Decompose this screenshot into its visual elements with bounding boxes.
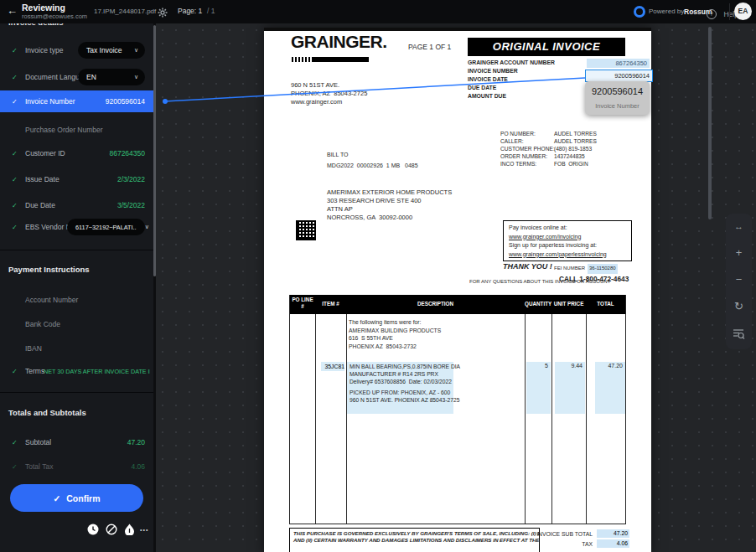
field-document-language[interactable]: ✓ Document Language EN ∨	[0, 66, 153, 88]
inco-terms-label: INCO TERMS:	[500, 160, 536, 168]
invoice-number-field-selected[interactable]: 9200596014	[585, 70, 653, 82]
document-filename: 17.IPM_2448017.pdf	[94, 8, 156, 15]
item-number-field[interactable]: 35JC81	[321, 362, 344, 371]
pay-box-link: www.grainger.com/paperlessinvoicing	[509, 250, 631, 260]
confirm-button[interactable]: ✓ Confirm	[10, 484, 143, 512]
bill-address-line: 303 RESEARCH DRIVE STE 400	[327, 197, 422, 205]
zoom-out-icon[interactable]: −	[726, 267, 752, 292]
pay-box-link: www.grainger.com/invoicing	[509, 233, 631, 242]
field-invoice-type[interactable]: ✓ Invoice type Tax Invoice ∨	[0, 39, 153, 61]
page-total: / 1	[207, 7, 215, 15]
fei-number-field[interactable]: 36-1150280	[588, 264, 618, 274]
field-purchase-order-number[interactable]: Purchase Order Number	[0, 119, 153, 141]
fei-number-label: FEI NUMBER	[554, 265, 585, 273]
avatar[interactable]: EA	[734, 3, 752, 20]
thank-you-text: THANK YOU !	[503, 263, 552, 271]
chevron-down-icon: ∨	[137, 224, 149, 230]
col-item: ITEM #	[315, 295, 346, 307]
check-icon: ✓	[12, 463, 18, 471]
col-po-line: PO LINE #	[290, 295, 315, 310]
fit-width-icon[interactable]: ↔	[726, 214, 752, 239]
account-number-field[interactable]: 867264350	[587, 59, 650, 68]
back-arrow-icon[interactable]: ←	[7, 4, 18, 17]
invoice-subtotal-field[interactable]: 47.20	[597, 529, 629, 538]
document-scrollbar[interactable]	[708, 27, 712, 219]
fields-sidebar: Invoice details ✓ Invoice type Tax Invoi…	[0, 0, 156, 552]
pay-online-box: Pay invoices online at: www.grainger.com…	[503, 220, 632, 261]
field-bank-code[interactable]: Bank Code	[0, 313, 153, 335]
col-description: DESCRIPTION	[346, 295, 525, 307]
check-icon: ✓	[12, 74, 18, 81]
field-customer-id[interactable]: ✓ Customer ID 867264350	[0, 142, 153, 164]
dropdown-value: 6117~32192~PALATI..	[75, 224, 137, 231]
field-label: Bank Code	[25, 320, 60, 328]
check-icon: ✓	[12, 150, 18, 157]
invoice-type-dropdown[interactable]: Tax Invoice ∨	[78, 42, 145, 59]
zoom-in-icon[interactable]: +	[726, 240, 752, 266]
field-invoice-number-selected[interactable]: ✓ Invoice Number 9200596014	[0, 90, 153, 112]
field-value: 4.06	[131, 462, 145, 471]
dropdown-value: Tax Invoice	[86, 46, 122, 54]
field-value: 2/3/2022	[117, 175, 145, 183]
confirm-label: Confirm	[66, 493, 100, 503]
field-label: Purchase Order Number	[25, 126, 103, 134]
field-iban[interactable]: IBAN	[0, 338, 153, 359]
drop-icon[interactable]	[124, 524, 137, 537]
items-info-line: The following items were for:	[349, 318, 422, 327]
label-invoice-number: INVOICE NUMBER	[468, 67, 518, 75]
item-desc-line: 960 N 51ST AVE. PHOENIX AZ 85043-2725	[350, 396, 459, 404]
field-value: 47.20	[127, 438, 145, 446]
help-button[interactable]: ? Help	[707, 6, 738, 21]
field-terms[interactable]: ✓ Terms NET 30 DAYS AFTER INVOICE DATE I…	[0, 360, 153, 382]
field-account-number[interactable]: Account Number	[0, 289, 153, 311]
dropdown-value: EN	[86, 73, 96, 81]
clock-icon[interactable]	[87, 524, 101, 537]
pay-box-line: Sign up for paperless invoicing at:	[509, 241, 631, 250]
item-total-value: 47.20	[595, 363, 623, 369]
slash-icon[interactable]	[106, 524, 119, 537]
field-total-tax[interactable]: ✓ Total Tax 4.06	[0, 456, 153, 477]
items-info-line: 616 S 55TH AVE	[349, 334, 393, 343]
field-label: Invoice Number	[25, 97, 75, 106]
grainger-logo-stripes	[292, 57, 369, 62]
check-icon: ✓	[12, 439, 18, 446]
item-unit-price-field[interactable]	[555, 362, 585, 414]
call-number-text: CALL 1-800-472-4643	[559, 276, 629, 284]
field-subtotal[interactable]: ✓ Subtotal 47.20	[0, 431, 153, 453]
search-document-icon[interactable]	[726, 321, 752, 346]
top-bar: ← Reviewing rossum@ecowues.com 17.IPM_24…	[0, 0, 756, 23]
item-quantity-value: 5	[526, 363, 548, 369]
gear-icon[interactable]	[158, 6, 168, 21]
col-unit-price: UNIT PRICE	[551, 295, 586, 307]
tooltip-value: 9200596014	[585, 86, 650, 96]
bill-address-line: NORCROSS, GA 30092-0000	[327, 214, 412, 222]
field-issue-date[interactable]: ✓ Issue Date 2/3/2022	[0, 168, 153, 190]
legal-terms-box: THIS PURCHASE IS GOVERNED EXCLUSIVELY BY…	[289, 528, 540, 552]
legal-line: AND (II) CERTAIN WARRANTY AND DAMAGES LI…	[293, 537, 536, 544]
table-header: PO LINE # ITEM # DESCRIPTION QUANTITY UN…	[290, 295, 625, 314]
chevron-down-icon: ∨	[126, 47, 138, 54]
item-quantity-field[interactable]	[526, 362, 551, 414]
mail-code: MDG2022 00002926 1 MB 0485	[327, 162, 418, 170]
rotate-icon[interactable]: ↻	[726, 294, 752, 319]
item-total-field[interactable]	[595, 362, 625, 414]
tax-field[interactable]: 4.06	[597, 539, 629, 548]
field-label: Subtotal	[25, 438, 51, 446]
field-value: 9200596014	[106, 97, 145, 106]
col-total: TOTAL	[586, 295, 625, 307]
document-language-dropdown[interactable]: EN ∨	[78, 69, 145, 85]
more-options-icon[interactable]: •••	[140, 524, 153, 537]
legal-line: THIS PURCHASE IS GOVERNED EXCLUSIVELY BY…	[293, 530, 536, 537]
field-due-date[interactable]: ✓ Due Date 3/5/2022	[0, 194, 153, 216]
pay-box-line: Pay invoices online at:	[509, 224, 631, 233]
label-due-date: DUE DATE	[468, 84, 496, 92]
field-label: Total Tax	[25, 462, 53, 471]
ebs-vendor-dropdown[interactable]: 6117~32192~PALATI.. ∨	[67, 219, 145, 235]
item-desc-line: Delivery# 6537608856 Date: 02/03/2022	[350, 378, 452, 385]
rossum-logo-icon	[634, 6, 645, 18]
field-ebs-vendor-name[interactable]: ✓ EBS Vendor Name 6117~32192~PALATI.. ∨	[0, 216, 153, 238]
check-icon: ✓	[12, 47, 18, 54]
line-items-table: PO LINE # ITEM # DESCRIPTION QUANTITY UN…	[289, 295, 626, 524]
help-icon: ?	[707, 9, 717, 19]
sidebar-scrollbar[interactable]	[153, 25, 156, 276]
